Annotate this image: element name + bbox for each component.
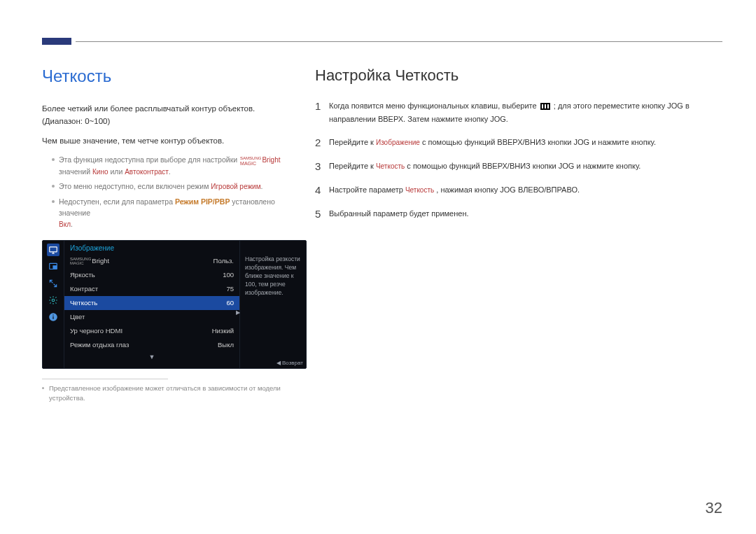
osd-return: ◀ Возврат (276, 360, 303, 366)
osd-row-label: Четкость (70, 299, 200, 307)
note-1-mid: значений (59, 167, 92, 176)
svg-point-3 (52, 299, 55, 302)
svg-rect-0 (50, 247, 57, 252)
osd-row-eyesaver: Режим отдыха глаз Выкл (64, 338, 239, 352)
step-1-pre: Когда появится меню функциональных клави… (329, 101, 539, 110)
header-rule (76, 41, 722, 42)
note-1-end: . (169, 167, 171, 176)
svg-rect-5 (52, 316, 53, 319)
step-2-target: Изображение (376, 139, 420, 146)
note-3-param: Режим PIP/PBP (175, 197, 230, 206)
note-1-pre: Эта функция недоступна при выборе для на… (59, 155, 239, 164)
osd-row-label: Яркость (70, 271, 200, 279)
image-disclaimer: Представленное изображение может отличат… (42, 384, 295, 404)
step-4-target: Четкость (405, 186, 434, 194)
osd-row-value: 75 (200, 285, 234, 293)
osd-bright-label: Bright (92, 257, 109, 265)
step-number: 2 (315, 136, 329, 149)
step-5: 5 Выбранный параметр будет применен. (315, 208, 722, 220)
osd-row-label: Режим отдыха глаз (70, 341, 200, 349)
note-1: Эта функция недоступна при выборе для на… (52, 154, 295, 177)
header-marker (42, 38, 71, 45)
note-3: Недоступен, если для параметра Режим PIP… (52, 196, 295, 230)
step-3: 3 Перейдите к Четкость с помощью функций… (315, 160, 722, 173)
step-number: 4 (315, 184, 329, 197)
step-2-post: с помощью функций ВВЕРХ/ВНИЗ кнопки JOG … (420, 138, 656, 146)
osd-sidebar (43, 241, 64, 368)
step-2: 2 Перейдите к Изображение с помощью функ… (315, 136, 722, 149)
osd-row-brightness: Яркость 100 (64, 268, 239, 282)
osd-title: Изображение (64, 241, 239, 254)
right-heading: Настройка Четкость (315, 66, 722, 85)
step-4-post: , нажимая кнопку JOG ВЛЕВО/ВПРАВО. (434, 185, 580, 194)
note-3-pre: Недоступен, если для параметра (59, 197, 175, 206)
step-3-post: с помощью функций ВВЕРХ/ВНИЗ кнопки JOG … (405, 162, 640, 170)
step-4-pre: Настройте параметр (329, 185, 405, 194)
osd-icon-pip (47, 260, 59, 273)
osd-row-label: Контраст (70, 285, 200, 293)
note-divider (42, 379, 168, 379)
note-2-end: . (261, 182, 263, 190)
osd-row-bright: SAMSUNG MAGIC Bright Польз. (64, 254, 239, 268)
step-3-pre: Перейдите к (329, 162, 376, 170)
osd-icon-info (47, 311, 59, 323)
osd-help-pane: Настройка резкости изображения. Чем ближ… (239, 241, 306, 368)
osd-row-label: Цвет (70, 313, 200, 321)
intro-text: Более четкий или более расплывчатый конт… (42, 103, 295, 128)
menu-icon (540, 101, 550, 113)
svg-rect-10 (547, 104, 549, 108)
step-4: 4 Настройте параметр Четкость , нажимая … (315, 184, 722, 197)
osd-icon-settings (47, 294, 59, 307)
osd-row-color: Цвет (64, 310, 239, 324)
osd-scroll-down: ▼ (64, 352, 239, 362)
osd-row-value: 100 (200, 271, 234, 279)
note-2-pre: Это меню недоступно, если включен режим (59, 182, 211, 190)
step-3-target: Четкость (376, 162, 405, 170)
note-1-v2: Автоконтраст (125, 168, 169, 176)
osd-row-value: 60 (200, 299, 234, 307)
step-1: 1 Когда появится меню функциональных кла… (315, 100, 722, 125)
samsung-magic-label: SAMSUNGMAGIC (240, 156, 261, 166)
svg-rect-6 (52, 314, 53, 315)
step-2-pre: Перейдите к (329, 138, 376, 146)
page-number: 32 (706, 499, 722, 517)
notes-list: Эта функция недоступна при выборе для на… (52, 154, 295, 230)
note-1-bright: Bright (262, 156, 280, 164)
step-number: 1 (315, 100, 329, 125)
note-3-end: . (71, 220, 73, 228)
note-3-val: Вкл (59, 220, 71, 228)
osd-row-value: Выкл (200, 341, 234, 349)
osd-main: Изображение SAMSUNG MAGIC Bright Польз. (64, 241, 239, 368)
step-number: 3 (315, 160, 329, 173)
note-1-v1: Кино (92, 168, 108, 176)
note-2: Это меню недоступно, если включен режим … (52, 181, 295, 192)
osd-magic-prefix: SAMSUNG MAGIC (70, 257, 91, 265)
osd-bright-value: Польз. (200, 257, 234, 265)
osd-preview: Изображение SAMSUNG MAGIC Bright Польз. (42, 240, 307, 369)
intro-line2: Чем выше значение, тем четче контур объе… (42, 135, 295, 148)
svg-rect-9 (545, 104, 546, 108)
step-number: 5 (315, 208, 329, 220)
osd-row-value: Низкий (200, 327, 234, 335)
osd-icon-resize (47, 277, 59, 290)
osd-row-sharpness: Четкость 60 ▶ (64, 296, 239, 310)
osd-row-blacklevel: Ур черного HDMI Низкий (64, 324, 239, 338)
osd-icon-picture (47, 244, 59, 256)
osd-row-contrast: Контраст 75 (64, 282, 239, 296)
svg-rect-2 (53, 266, 57, 269)
svg-rect-8 (542, 104, 543, 108)
note-2-mode: Игровой режим (211, 183, 260, 190)
osd-row-label: Ур черного HDMI (70, 327, 200, 335)
step-5-text: Выбранный параметр будет применен. (329, 208, 469, 220)
section-heading: Четкость (42, 66, 295, 86)
note-1-or: или (108, 167, 125, 176)
